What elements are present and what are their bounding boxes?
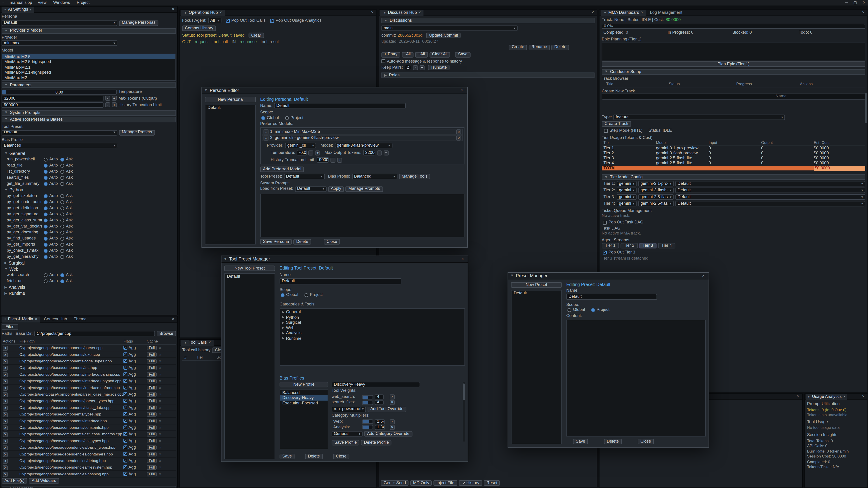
agg-checkbox[interactable]: ✓ [123,419,127,423]
new-persona-button[interactable]: New Persona [205,97,256,102]
tab-close-icon[interactable]: × [219,10,222,15]
temperature-input[interactable]: -0.0 [297,150,307,156]
menu-item[interactable]: Windows [53,0,70,5]
tier-model-select[interactable]: gemini-3-flash-preview ▾ [638,188,674,193]
delete-button[interactable]: Delete [604,439,622,444]
ask-radio[interactable] [60,231,64,235]
history-limit-input[interactable]: 900000 [2,102,103,108]
full-flag-chip[interactable]: Full [147,405,157,410]
agg-checkbox[interactable]: ✓ [123,366,127,370]
panel-close-icon[interactable]: × [170,7,176,12]
menu-item[interactable]: Project [76,0,90,5]
ask-radio[interactable] [60,219,64,223]
epic-planning-input[interactable] [602,42,865,60]
increment-button[interactable]: + [112,96,117,101]
agg-checkbox[interactable]: ✓ [123,446,127,449]
composer-action-button[interactable]: MD Only [410,480,432,486]
model-list-item[interactable]: MiniMax-M2.5 [2,54,176,59]
scrollbar[interactable] [463,382,465,441]
save-button[interactable]: Save [280,454,294,459]
section-tier-model-config[interactable]: ▼ Tier Model Config [602,175,865,180]
tab-usage-analytics[interactable]: ▼ Usage Analytics × [806,394,847,400]
provider-select[interactable]: minimax ▾ [2,40,117,46]
expand-icon[interactable]: ▶ [282,337,284,340]
remove-file-button[interactable]: x [3,392,8,397]
panel-close-icon[interactable]: × [795,394,801,399]
ask-radio[interactable] [60,225,64,229]
persona-select[interactable]: Default ▾ [2,20,117,26]
agg-checkbox[interactable]: ✓ [123,372,127,377]
tool-preset-list-item[interactable]: Default [225,274,274,279]
agg-checkbox[interactable]: ✓ [123,353,127,357]
remove-model-button[interactable]: - [264,135,269,140]
tier-preset-select[interactable]: Default ▾ [675,181,865,187]
remove-file-button[interactable]: x [3,465,8,470]
agg-checkbox[interactable]: ✓ [123,359,127,363]
create-discussion-button[interactable]: Create [509,44,527,50]
remove-file-button[interactable]: x [3,359,8,364]
full-flag-chip[interactable]: Full [147,379,157,384]
dialog-close-icon[interactable]: × [459,88,465,93]
category-tree-item[interactable]: ▶ Surgical [280,320,465,325]
manage-presets-button[interactable]: Manage Presets [119,130,155,135]
preferred-model-item[interactable]: - 2. gemini_cli - gemini-3-flash-preview… [262,135,463,141]
section-conductor-setup[interactable]: ▼ Conductor Setup [602,69,865,74]
truncate-button[interactable]: Truncate [428,65,450,70]
full-flag-chip[interactable]: Full [147,472,157,477]
ask-radio[interactable] [60,243,64,247]
ask-radio[interactable] [60,158,64,162]
auto-radio[interactable] [43,158,48,162]
decrement-button[interactable]: - [331,158,336,162]
scope-project-radio[interactable] [304,293,308,297]
full-flag-chip[interactable]: Full [147,366,157,370]
tab-close-icon[interactable]: × [418,10,421,15]
full-flag-chip[interactable]: Full [147,419,157,423]
remove-override-icon[interactable]: × [390,400,395,405]
pop-out-usage-checkbox[interactable]: ✓ [270,19,274,22]
section-screenshots[interactable]: ▼ Screenshots [2,486,176,488]
section-roles[interactable]: ▶ Roles [381,72,594,78]
stream-tab[interactable]: Tier 3 [639,243,656,249]
tab-theme[interactable]: Theme [71,316,90,322]
tab-log-management[interactable]: Log Management [647,10,685,16]
tier-provider-select[interactable]: gemini ▾ [617,181,637,187]
full-flag-chip[interactable]: Full [147,372,157,377]
tab-context-hub[interactable]: Context Hub [41,316,70,322]
auto-radio[interactable] [43,219,48,223]
model-list-item[interactable]: MiniMax-M2.5-highspeed [2,59,176,65]
group-caret-icon[interactable]: ▶ [4,261,7,265]
stream-tab[interactable]: Tier 2 [620,243,638,249]
decrement-button[interactable]: - [105,96,110,101]
agg-checkbox[interactable]: ✓ [123,412,127,416]
manage-personas-button[interactable]: Manage Personas [119,20,158,26]
remove-override-icon[interactable]: × [390,425,395,430]
tab-close-icon[interactable]: × [35,317,37,322]
remove-file-button[interactable]: x [3,432,8,437]
rename-discussion-button[interactable]: Rename [529,44,550,50]
agg-checkbox[interactable]: ✓ [123,386,127,390]
ask-radio[interactable] [60,213,64,217]
section-provider-model[interactable]: ▼ Provider & Model [2,28,176,33]
auto-radio[interactable] [43,231,48,235]
window-maximize-icon[interactable]: ▢ [853,0,857,5]
auto-radio[interactable] [43,194,48,198]
manage-tools-button[interactable]: Manage Tools [399,174,430,179]
preset-name-input[interactable]: Default [280,278,401,284]
tier-preset-select[interactable]: Default ▾ [675,201,865,206]
multiplier-value-input[interactable]: 1.5x [375,419,385,424]
increment-button[interactable]: + [112,103,117,107]
decrement-button[interactable]: - [413,65,418,70]
auto-radio[interactable] [43,182,48,186]
agg-checkbox[interactable]: ✓ [123,439,127,443]
add-file-button[interactable]: Add File(s) [2,478,27,484]
ask-radio[interactable] [60,170,64,174]
close-dialog-button[interactable]: Close [638,439,654,444]
add-preferred-model-button[interactable]: Add Preferred Model [260,166,304,172]
increment-button[interactable]: + [315,150,320,155]
apply-button[interactable]: Apply [328,186,344,192]
agg-checkbox[interactable]: ✓ [123,465,127,469]
category-tree-item[interactable]: ▶ Runtime [280,336,465,341]
tier-provider-select[interactable]: gemini ▾ [617,195,637,200]
agg-checkbox[interactable]: ✓ [123,459,127,463]
full-flag-chip[interactable]: Full [147,352,157,357]
